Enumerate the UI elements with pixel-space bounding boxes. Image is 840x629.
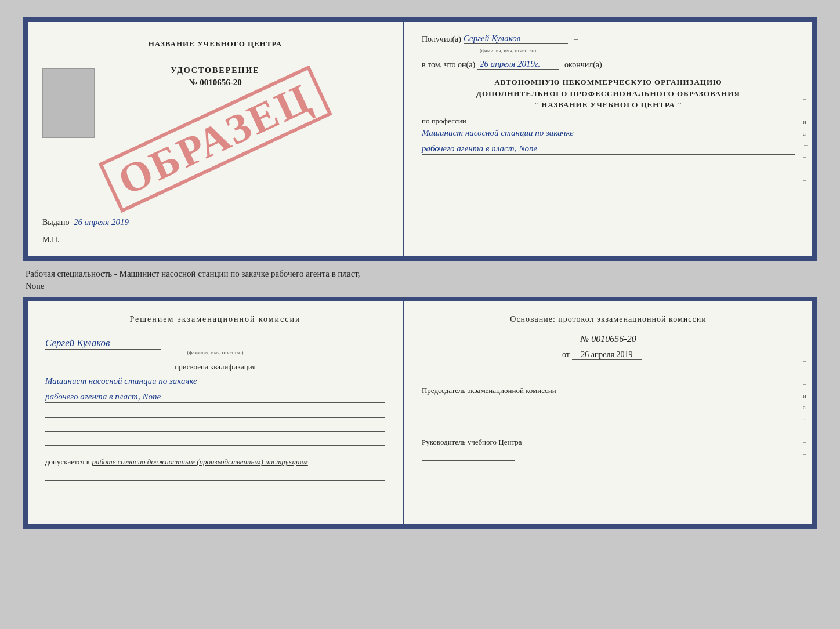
- rukovoditel-label: Руководитель учебного Центра: [422, 438, 795, 447]
- org-line3: " НАЗВАНИЕ УЧЕБНОГО ЦЕНТРА ": [422, 99, 795, 111]
- top-left-panel: НАЗВАНИЕ УЧЕБНОГО ЦЕНТРА ОБРАЗЕЦ УДОСТОВ…: [28, 22, 404, 256]
- poluchil-value: Сергей Кулаков: [464, 34, 520, 43]
- vydano-label: Выдано: [42, 218, 70, 227]
- komissia-title: Решением экзаменационной комиссии: [45, 313, 385, 326]
- photo-placeholder: [42, 68, 95, 138]
- profession-line1: Машинист насосной станции по закачке: [422, 128, 795, 139]
- vydano-row: Выдано 26 апреля 2019: [42, 217, 129, 227]
- rukovoditel-line: [422, 449, 515, 461]
- between-line2: None: [26, 280, 817, 292]
- ot-label: от: [562, 350, 570, 359]
- mp-row: М.П.: [42, 235, 60, 245]
- qual-line2: рабочего агента в пласт, None: [45, 392, 385, 403]
- bottom-document: Решением экзаменационной комиссии Сергей…: [23, 297, 817, 529]
- protocol-date-row: от 26 апреля 2019 –: [422, 349, 795, 360]
- vtom-value: 26 апреля 2019г.: [477, 59, 559, 70]
- profession-line2: рабочего агента в пласт, None: [422, 144, 795, 155]
- between-line1: Рабочая специальность - Машинист насосно…: [26, 268, 817, 280]
- bottom-line-2: [45, 421, 385, 432]
- dopuskaetsya-value: работе согласно должностным (производств…: [92, 457, 307, 466]
- predsedatel-row: Председатель экзаменационной комиссии: [422, 386, 795, 412]
- top-document: НАЗВАНИЕ УЧЕБНОГО ЦЕНТРА ОБРАЗЕЦ УДОСТОВ…: [23, 17, 817, 261]
- prisvoena-label: присвоена квалификация: [45, 362, 385, 372]
- predsedatel-line: [422, 398, 515, 409]
- qual-line1: Машинист насосной станции по закачке: [45, 376, 385, 387]
- okonchil-label: окончил(а): [564, 60, 602, 70]
- predsedatel-label: Председатель экзаменационной комиссии: [422, 386, 795, 395]
- vtom-label: в том, что он(а): [422, 60, 475, 70]
- protocol-number: № 0010656-20: [422, 334, 795, 344]
- bottom-right-panel: Основание: протокол экзаменационной коми…: [404, 301, 812, 524]
- poluchil-label: Получил(а): [422, 35, 461, 44]
- top-right-panel: Получил(а) Сергей Кулаков – (фамилия, им…: [404, 22, 812, 256]
- poluchil-hint: (фамилия, имя, отчество): [480, 48, 795, 53]
- right-edge-marks: – – – и a ← – – – –: [803, 83, 809, 195]
- org-line1: АВТОНОМНУЮ НЕКОММЕРЧЕСКУЮ ОРГАНИЗАЦИЮ: [422, 77, 795, 88]
- dopuskaetsya-label: допускается к: [45, 457, 90, 466]
- person-name-section: Сергей Кулаков (фамилия, имя, отчество): [45, 337, 385, 355]
- bottom-line-4: [45, 470, 385, 481]
- bottom-left-panel: Решением экзаменационной комиссии Сергей…: [28, 301, 404, 524]
- between-text: Рабочая специальность - Машинист насосно…: [26, 268, 817, 292]
- po-professii-label: по профессии: [422, 117, 795, 126]
- bottom-right-edge-marks: – – – и a ← – – – –: [803, 357, 809, 468]
- rukovoditel-row: Руководитель учебного Центра: [422, 438, 795, 463]
- bottom-line-1: [45, 408, 385, 418]
- bottom-line-3: [45, 435, 385, 446]
- person-name: Сергей Кулаков: [45, 337, 161, 350]
- dopuskaetsya-row: допускается к работе согласно должностны…: [45, 457, 385, 467]
- vydano-date: 26 апреля 2019: [74, 217, 129, 227]
- person-hint: (фамилия, имя, отчество): [45, 350, 385, 355]
- top-center-name: НАЗВАНИЕ УЧЕБНОГО ЦЕНТРА: [42, 39, 388, 49]
- vtom-row: в том, что он(а) 26 апреля 2019г. окончи…: [422, 59, 795, 70]
- page-wrapper: НАЗВАНИЕ УЧЕБНОГО ЦЕНТРА ОБРАЗЕЦ УДОСТОВ…: [12, 12, 828, 535]
- org-lines: АВТОНОМНУЮ НЕКОММЕРЧЕСКУЮ ОРГАНИЗАЦИЮ ДО…: [422, 77, 795, 111]
- org-line2: ДОПОЛНИТЕЛЬНОГО ПРОФЕССИОНАЛЬНОГО ОБРАЗО…: [422, 88, 795, 100]
- ot-date: 26 апреля 2019: [572, 350, 642, 360]
- osnovanie-title: Основание: протокол экзаменационной коми…: [422, 313, 795, 325]
- poluchil-row: Получил(а) Сергей Кулаков –: [422, 34, 795, 44]
